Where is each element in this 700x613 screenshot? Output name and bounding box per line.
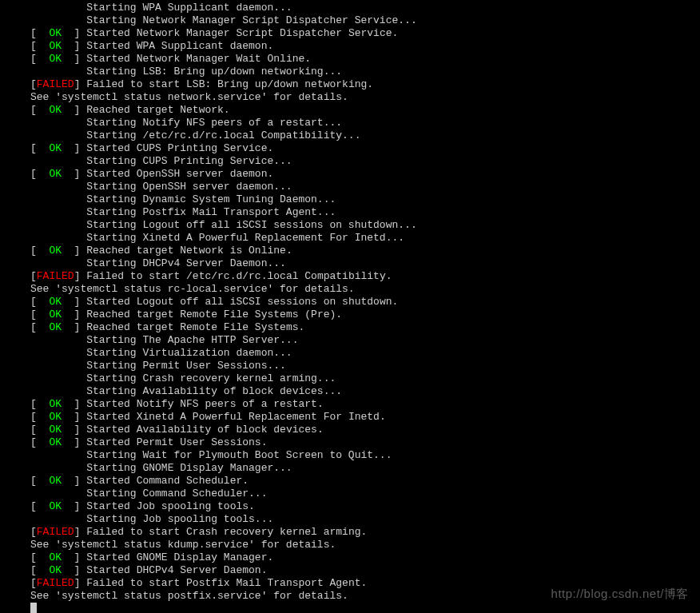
boot-line: Starting Xinetd A Powerful Replacement F…: [30, 232, 700, 245]
status-ok: OK: [49, 321, 62, 333]
boot-line: Starting Dynamic System Tuning Daemon...: [30, 193, 700, 206]
boot-line: [ OK ] Started Notify NFS peers of a res…: [30, 398, 700, 411]
status-ok: OK: [49, 475, 62, 487]
boot-line: Starting Permit User Sessions...: [30, 360, 700, 372]
boot-line: [FAILED] Failed to start Crash recovery …: [30, 526, 700, 539]
boot-line: [ OK ] Started GNOME Display Manager.: [30, 551, 700, 564]
boot-line: Starting Virtualization daemon...: [30, 347, 700, 360]
boot-line: [ OK ] Started OpenSSH server daemon.: [30, 168, 700, 181]
boot-line: [ OK ] Started Logout off all iSCSI sess…: [30, 296, 700, 308]
status-ok: OK: [49, 245, 62, 257]
status-ok: OK: [49, 104, 62, 116]
boot-line: [ OK ] Started Network Manager Script Di…: [30, 27, 700, 40]
boot-line: [FAILED] Failed to start LSB: Bring up/d…: [30, 78, 700, 91]
boot-line: Starting GNOME Display Manager...: [30, 462, 700, 475]
boot-line: Starting Availability of block devices..…: [30, 385, 700, 398]
status-failed: FAILED: [37, 270, 74, 282]
status-ok: OK: [49, 564, 62, 576]
status-ok: OK: [49, 398, 62, 410]
watermark: http://blog.csdn.net/博客: [551, 587, 689, 600]
boot-line: [ OK ] Started WPA Supplicant daemon.: [30, 40, 700, 53]
boot-line: [ OK ] Reached target Remote File System…: [30, 321, 700, 334]
boot-line: Starting CUPS Printing Service...: [30, 155, 700, 168]
boot-line: Starting Postfix Mail Transport Agent...: [30, 206, 700, 219]
status-ok: OK: [49, 500, 62, 512]
boot-line: Starting Network Manager Script Dispatch…: [30, 14, 700, 27]
boot-line: Starting The Apache HTTP Server...: [30, 334, 700, 347]
boot-line: Starting Job spooling tools...: [30, 513, 700, 526]
boot-line: Starting LSB: Bring up/down networking..…: [30, 66, 700, 78]
status-ok: OK: [49, 436, 62, 448]
boot-line: [FAILED] Failed to start /etc/rc.d/rc.lo…: [30, 270, 700, 283]
status-failed: FAILED: [37, 526, 74, 538]
status-ok: OK: [49, 308, 62, 320]
status-ok: OK: [49, 551, 62, 563]
boot-line: Starting Command Scheduler...: [30, 488, 700, 500]
boot-line: Starting Logout off all iSCSI sessions o…: [30, 219, 700, 232]
boot-line: [ OK ] Started Permit User Sessions.: [30, 436, 700, 449]
terminal-output: Starting WPA Supplicant daemon... Starti…: [0, 2, 700, 603]
boot-line: [ OK ] Reached target Remote File System…: [30, 308, 700, 321]
status-failed: FAILED: [37, 577, 74, 589]
boot-line: [ OK ] Started Availability of block dev…: [30, 424, 700, 436]
boot-line: [ OK ] Started DHCPv4 Server Daemon.: [30, 564, 700, 577]
status-ok: OK: [49, 411, 62, 423]
boot-line: [ OK ] Reached target Network is Online.: [30, 245, 700, 257]
status-ok: OK: [49, 296, 62, 308]
boot-line: Starting OpenSSH server daemon...: [30, 181, 700, 193]
boot-line: [ OK ] Started CUPS Printing Service.: [30, 142, 700, 155]
boot-line: [ OK ] Reached target Network.: [30, 104, 700, 117]
boot-line: See 'systemctl status network.service' f…: [30, 91, 700, 104]
status-ok: OK: [49, 53, 62, 65]
status-ok: OK: [49, 142, 62, 154]
boot-line: Starting Crash recovery kernel arming...: [30, 372, 700, 385]
boot-line: [ OK ] Started Job spooling tools.: [30, 500, 700, 513]
boot-line: Starting Wait for Plymouth Boot Screen t…: [30, 449, 700, 462]
boot-line: [ OK ] Started Xinetd A Powerful Replace…: [30, 411, 700, 424]
boot-line: Starting DHCPv4 Server Daemon...: [30, 257, 700, 270]
status-ok: OK: [49, 27, 62, 39]
boot-line: See 'systemctl status rc-local.service' …: [30, 283, 700, 296]
boot-line: [ OK ] Started Network Manager Wait Onli…: [30, 53, 700, 66]
boot-line: Starting /etc/rc.d/rc.local Compatibilit…: [30, 129, 700, 142]
boot-line: Starting WPA Supplicant daemon...: [30, 2, 700, 14]
cursor: [30, 603, 37, 613]
boot-line: [ OK ] Started Command Scheduler.: [30, 475, 700, 488]
status-ok: OK: [49, 168, 62, 180]
boot-line: Starting Notify NFS peers of a restart..…: [30, 117, 700, 129]
status-failed: FAILED: [37, 78, 74, 90]
boot-line: See 'systemctl status kdump.service' for…: [30, 539, 700, 551]
status-ok: OK: [49, 424, 62, 436]
status-ok: OK: [49, 40, 62, 52]
